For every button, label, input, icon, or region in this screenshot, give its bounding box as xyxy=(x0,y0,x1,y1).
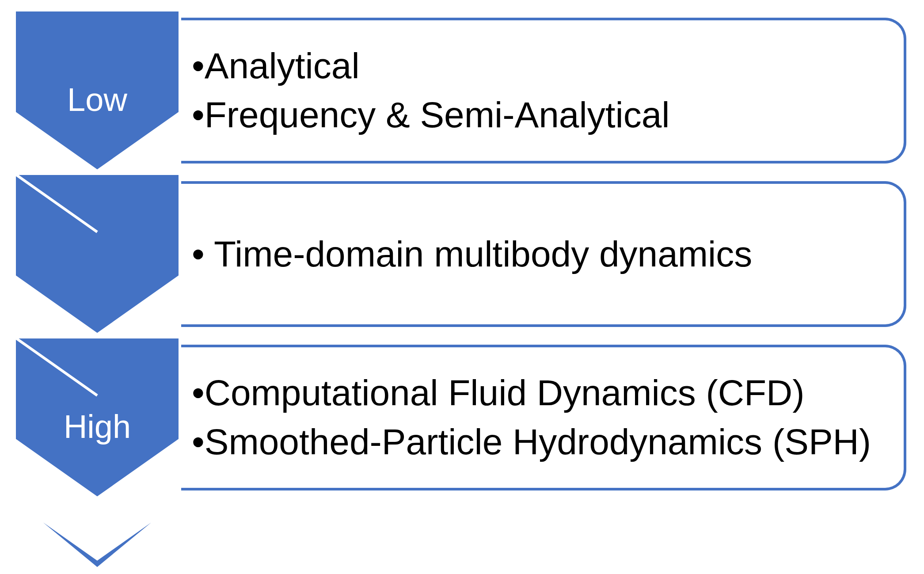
content-item: •Computational Fluid Dynamics (CFD) xyxy=(192,369,890,418)
content-item: • Time-domain multibody dynamics xyxy=(192,230,890,279)
fidelity-diagram: Low •Analytical •Frequency & Semi-Analyt… xyxy=(13,9,906,570)
svg-marker-3 xyxy=(15,501,180,569)
diagram-row-low: Low •Analytical •Frequency & Semi-Analyt… xyxy=(13,9,906,172)
diagram-row-high: High •Computational Fluid Dynamics (CFD)… xyxy=(13,336,906,499)
chevron-label-mid xyxy=(13,172,181,336)
diagram-row-mid: • Time-domain multibody dynamics xyxy=(13,172,906,336)
content-box-high: •Computational Fluid Dynamics (CFD) •Smo… xyxy=(181,345,906,490)
content-box-mid: • Time-domain multibody dynamics xyxy=(181,181,906,327)
content-box-low: •Analytical •Frequency & Semi-Analytical xyxy=(181,18,906,163)
chevron-low: Low xyxy=(13,9,181,172)
chevron-label-low: Low xyxy=(13,9,181,172)
chevron-tail xyxy=(13,499,181,570)
chevron-mid xyxy=(13,172,181,336)
chevron-label-high: High xyxy=(13,336,181,499)
content-item: •Analytical xyxy=(192,42,890,91)
content-item: •Frequency & Semi-Analytical xyxy=(192,91,890,140)
chevron-high: High xyxy=(13,336,181,499)
diagram-tail xyxy=(13,499,906,570)
content-item: •Smoothed-Particle Hydrodynamics (SPH) xyxy=(192,418,890,467)
